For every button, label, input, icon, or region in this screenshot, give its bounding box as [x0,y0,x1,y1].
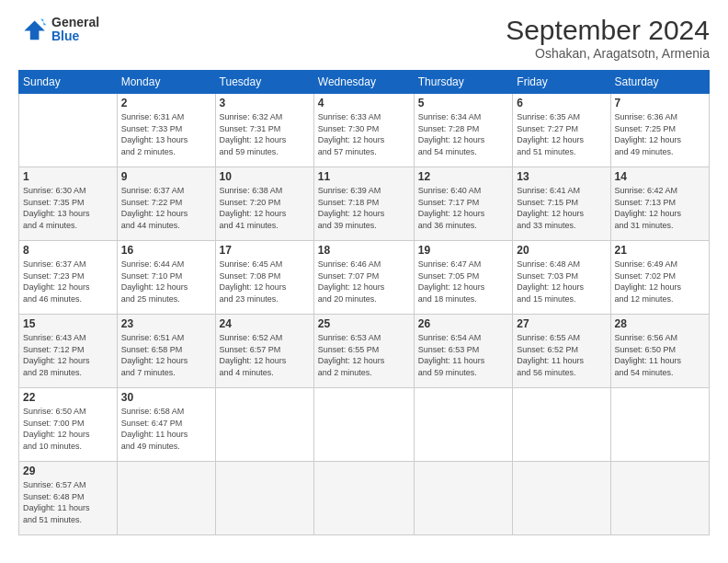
calendar-cell: 20 Sunrise: 6:48 AM Sunset: 7:03 PM Dayl… [513,241,610,315]
day-info: Sunrise: 6:51 AM Sunset: 6:58 PM Dayligh… [121,332,211,378]
day-info: Sunrise: 6:33 AM Sunset: 7:30 PM Dayligh… [318,111,410,157]
calendar-cell: 19 Sunrise: 6:47 AM Sunset: 7:05 PM Dayl… [414,241,513,315]
header-friday: Friday [513,71,610,94]
day-info: Sunrise: 6:32 AM Sunset: 7:31 PM Dayligh… [220,111,310,157]
logo: General Blue [18,15,99,44]
title-block: September 2024 Oshakan, Aragatsotn, Arme… [506,15,710,61]
day-info: Sunrise: 6:58 AM Sunset: 6:47 PM Dayligh… [121,406,211,452]
day-info: Sunrise: 6:47 AM Sunset: 7:05 PM Dayligh… [418,259,509,304]
calendar-cell: 28 Sunrise: 6:56 AM Sunset: 6:50 PM Dayl… [610,315,710,388]
day-info: Sunrise: 6:48 AM Sunset: 7:03 PM Dayligh… [517,259,606,304]
day-number: 18 [318,244,410,257]
day-number: 3 [220,97,310,109]
calendar-cell: 22 Sunrise: 6:50 AM Sunset: 7:00 PM Dayl… [19,388,118,462]
day-number: 11 [318,170,410,183]
calendar-cell [513,388,610,462]
calendar-cell [313,462,414,535]
logo-text: General Blue [51,16,99,44]
day-number: 15 [23,317,113,330]
day-info: Sunrise: 6:44 AM Sunset: 7:10 PM Dayligh… [121,259,211,304]
calendar-cell: 16 Sunrise: 6:44 AM Sunset: 7:10 PM Dayl… [117,241,215,315]
svg-marker-0 [24,20,44,40]
calendar-cell: 8 Sunrise: 6:37 AM Sunset: 7:23 PM Dayli… [19,241,118,315]
day-number: 5 [418,97,509,109]
calendar-cell: 13 Sunrise: 6:41 AM Sunset: 7:15 PM Dayl… [513,167,610,241]
calendar-cell: 12 Sunrise: 6:40 AM Sunset: 7:17 PM Dayl… [414,167,513,241]
calendar-cell: 4 Sunrise: 6:33 AM Sunset: 7:30 PM Dayli… [313,94,414,167]
day-info: Sunrise: 6:41 AM Sunset: 7:15 PM Dayligh… [517,185,606,231]
calendar-row-0: 2 Sunrise: 6:31 AM Sunset: 7:33 PM Dayli… [19,94,710,167]
calendar-row-3: 15 Sunrise: 6:43 AM Sunset: 7:12 PM Dayl… [19,315,710,388]
header-saturday: Saturday [610,71,710,94]
day-info: Sunrise: 6:35 AM Sunset: 7:27 PM Dayligh… [517,111,606,157]
day-number: 23 [121,317,211,330]
calendar-cell: 23 Sunrise: 6:51 AM Sunset: 6:58 PM Dayl… [117,315,215,388]
day-number: 26 [418,317,509,330]
calendar-cell [610,388,710,462]
logo-icon [18,15,48,44]
calendar-cell: 6 Sunrise: 6:35 AM Sunset: 7:27 PM Dayli… [513,94,610,167]
day-number: 8 [23,244,113,257]
day-info: Sunrise: 6:56 AM Sunset: 6:50 PM Dayligh… [615,332,706,378]
day-number: 30 [121,391,211,404]
calendar-cell: 14 Sunrise: 6:42 AM Sunset: 7:13 PM Dayl… [610,167,710,241]
day-number: 9 [121,170,211,183]
calendar-cell: 3 Sunrise: 6:32 AM Sunset: 7:31 PM Dayli… [215,94,313,167]
day-info: Sunrise: 6:37 AM Sunset: 7:22 PM Dayligh… [121,185,211,231]
calendar-cell: 17 Sunrise: 6:45 AM Sunset: 7:08 PM Dayl… [215,241,313,315]
day-info: Sunrise: 6:40 AM Sunset: 7:17 PM Dayligh… [418,185,509,231]
calendar-cell [19,94,118,167]
calendar-cell: 11 Sunrise: 6:39 AM Sunset: 7:18 PM Dayl… [313,167,414,241]
day-number: 20 [517,244,606,257]
calendar-cell: 18 Sunrise: 6:46 AM Sunset: 7:07 PM Dayl… [313,241,414,315]
calendar-row-4: 22 Sunrise: 6:50 AM Sunset: 7:00 PM Dayl… [19,388,710,462]
day-info: Sunrise: 6:53 AM Sunset: 6:55 PM Dayligh… [318,332,410,378]
day-number: 14 [615,170,706,183]
page: General Blue September 2024 Oshakan, Ara… [0,0,728,563]
day-info: Sunrise: 6:30 AM Sunset: 7:35 PM Dayligh… [23,185,113,231]
header-thursday: Thursday [414,71,513,94]
calendar-cell: 24 Sunrise: 6:52 AM Sunset: 6:57 PM Dayl… [215,315,313,388]
location-subtitle: Oshakan, Aragatsotn, Armenia [506,46,710,61]
header-monday: Monday [117,71,215,94]
day-info: Sunrise: 6:36 AM Sunset: 7:25 PM Dayligh… [615,111,706,157]
calendar-header-row: Sunday Monday Tuesday Wednesday Thursday… [19,71,710,94]
svg-marker-1 [40,19,46,25]
day-info: Sunrise: 6:34 AM Sunset: 7:28 PM Dayligh… [418,111,509,157]
calendar-cell: 7 Sunrise: 6:36 AM Sunset: 7:25 PM Dayli… [610,94,710,167]
day-number: 24 [220,317,310,330]
calendar-cell [313,388,414,462]
day-info: Sunrise: 6:57 AM Sunset: 6:48 PM Dayligh… [23,479,113,525]
calendar-cell [513,462,610,535]
day-info: Sunrise: 6:50 AM Sunset: 7:00 PM Dayligh… [23,406,113,452]
day-number: 2 [121,97,211,109]
calendar-cell: 21 Sunrise: 6:49 AM Sunset: 7:02 PM Dayl… [610,241,710,315]
day-info: Sunrise: 6:39 AM Sunset: 7:18 PM Dayligh… [318,185,410,231]
day-number: 6 [517,97,606,109]
calendar-cell [414,462,513,535]
day-number: 22 [23,391,113,404]
day-info: Sunrise: 6:54 AM Sunset: 6:53 PM Dayligh… [418,332,509,378]
day-number: 12 [418,170,509,183]
day-info: Sunrise: 6:38 AM Sunset: 7:20 PM Dayligh… [220,185,310,231]
calendar-cell: 1 Sunrise: 6:30 AM Sunset: 7:35 PM Dayli… [19,167,118,241]
day-info: Sunrise: 6:42 AM Sunset: 7:13 PM Dayligh… [615,185,706,231]
header-wednesday: Wednesday [313,71,414,94]
day-number: 17 [220,244,310,257]
day-number: 21 [615,244,706,257]
day-info: Sunrise: 6:55 AM Sunset: 6:52 PM Dayligh… [517,332,606,378]
calendar-cell [117,462,215,535]
calendar-cell: 10 Sunrise: 6:38 AM Sunset: 7:20 PM Dayl… [215,167,313,241]
day-info: Sunrise: 6:52 AM Sunset: 6:57 PM Dayligh… [220,332,310,378]
calendar-cell: 26 Sunrise: 6:54 AM Sunset: 6:53 PM Dayl… [414,315,513,388]
day-number: 4 [318,97,410,109]
day-number: 13 [517,170,606,183]
calendar-cell [215,388,313,462]
day-number: 1 [23,170,113,183]
calendar-cell: 15 Sunrise: 6:43 AM Sunset: 7:12 PM Dayl… [19,315,118,388]
calendar-cell [414,388,513,462]
calendar-cell: 25 Sunrise: 6:53 AM Sunset: 6:55 PM Dayl… [313,315,414,388]
calendar-cell: 27 Sunrise: 6:55 AM Sunset: 6:52 PM Dayl… [513,315,610,388]
day-number: 7 [615,97,706,109]
calendar-cell: 5 Sunrise: 6:34 AM Sunset: 7:28 PM Dayli… [414,94,513,167]
